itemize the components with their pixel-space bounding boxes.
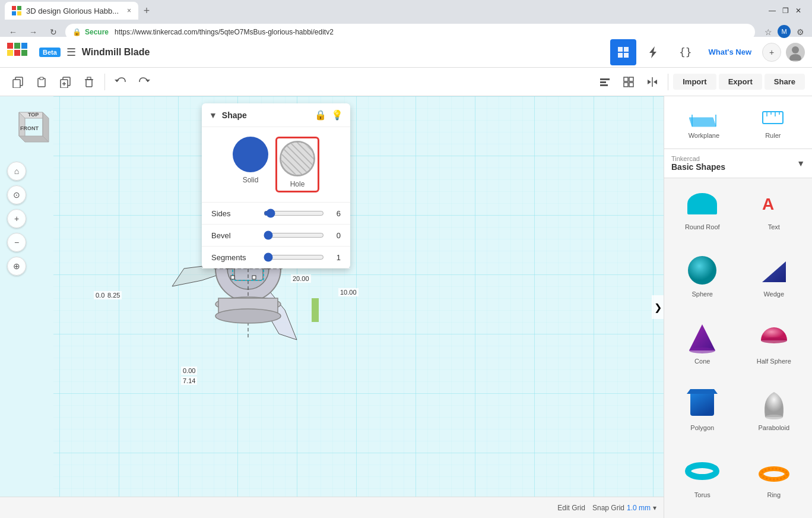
tab-close-btn[interactable]: × xyxy=(127,7,131,15)
solid-label: Solid xyxy=(243,176,259,184)
shape-light-icon[interactable]: 💡 xyxy=(331,109,343,121)
browser-chrome: 3D design Glorious Habb... × + — ❐ ✕ ← →… xyxy=(0,0,812,37)
grid-view-btn[interactable] xyxy=(610,39,636,65)
svg-marker-87 xyxy=(687,389,718,394)
paste-btn[interactable] xyxy=(31,71,52,93)
redo-btn[interactable] xyxy=(134,71,155,93)
restore-btn[interactable]: ❐ xyxy=(781,7,789,15)
minimize-btn[interactable]: — xyxy=(768,7,776,15)
hamburger-menu-icon[interactable]: ☰ xyxy=(66,46,76,59)
copy-btn[interactable] xyxy=(7,71,28,93)
snap-grid-dropdown[interactable]: ▾ xyxy=(653,504,656,512)
toolbar-right: Import Export Share xyxy=(594,71,805,93)
zoom-in-btn[interactable]: + xyxy=(7,209,26,228)
shape-panel-collapse-btn[interactable]: ▼ xyxy=(209,110,217,120)
hole-btn[interactable]: Hole xyxy=(275,137,319,192)
svg-point-89 xyxy=(688,465,716,477)
url-box[interactable]: 🔒 Secure https://www.tinkercad.com/thing… xyxy=(65,24,755,40)
add-user-btn[interactable]: + xyxy=(762,43,781,62)
shape-item-half-sphere[interactable]: Half Sphere xyxy=(741,317,808,380)
whats-new-btn[interactable]: What's New xyxy=(703,44,757,60)
canvas-area[interactable]: TOP FRONT ⌂ ⊙ + − ⊕ xyxy=(0,96,664,518)
shape-item-cone[interactable]: Cone xyxy=(669,317,736,380)
shape-item-text[interactable]: A Text xyxy=(741,183,808,245)
shape-item-torus[interactable]: Torus xyxy=(669,451,736,513)
toolbar-separator xyxy=(104,74,105,90)
active-tab[interactable]: 3D design Glorious Habb... × xyxy=(5,2,138,20)
duplicate-btn[interactable] xyxy=(55,71,76,93)
shape-item-ring[interactable]: Ring xyxy=(741,451,808,513)
svg-rect-35 xyxy=(624,83,628,87)
svg-rect-10 xyxy=(618,47,623,52)
svg-rect-34 xyxy=(629,77,633,81)
svg-rect-69 xyxy=(312,298,319,322)
sides-param: Sides 6 xyxy=(202,203,350,225)
shape-thumb-wedge xyxy=(753,252,795,288)
svg-rect-9 xyxy=(21,50,27,56)
close-btn[interactable]: ✕ xyxy=(794,7,803,15)
export-btn[interactable]: Export xyxy=(719,74,762,90)
ext-icon-1[interactable]: M xyxy=(778,25,791,38)
svg-rect-0 xyxy=(12,6,16,10)
dim-10: 10.00 xyxy=(338,288,359,296)
shape-item-sphere[interactable]: Sphere xyxy=(669,250,736,312)
share-btn[interactable]: Share xyxy=(765,74,805,90)
shape-item-polygon[interactable]: Polygon xyxy=(669,384,736,446)
home-view-btn[interactable]: ⌂ xyxy=(7,162,26,181)
sides-value: 6 xyxy=(329,209,341,218)
svg-marker-83 xyxy=(689,324,715,350)
bookmark-star-icon[interactable]: ☆ xyxy=(761,25,775,39)
group-btn[interactable] xyxy=(618,71,639,93)
app-header: Beta ☰ Windmill Blade {} What's New xyxy=(0,37,812,68)
bevel-slider[interactable] xyxy=(264,230,324,240)
delete-btn[interactable] xyxy=(78,71,100,93)
sidebar-dropdown-btn[interactable]: ▼ xyxy=(797,159,805,168)
sides-slider[interactable] xyxy=(264,209,324,218)
shapes-grid: Round Roof A Text xyxy=(664,178,812,518)
zoom-out-btn[interactable]: − xyxy=(7,233,26,252)
code-blocks-btn[interactable]: {} xyxy=(672,39,698,65)
snap-grid: Snap Grid 1.0 mm ▾ xyxy=(592,504,656,512)
shape-label-polygon: Polygon xyxy=(690,424,714,431)
import-btn[interactable]: Import xyxy=(673,74,716,90)
user-avatar[interactable] xyxy=(786,43,805,62)
solid-btn[interactable]: Solid xyxy=(233,137,268,192)
svg-rect-36 xyxy=(629,83,633,87)
toolbar: Import Export Share xyxy=(0,68,812,96)
shape-lock-icon[interactable]: 🔒 xyxy=(315,109,326,121)
refresh-btn[interactable]: ↻ xyxy=(45,24,62,40)
beta-badge: Beta xyxy=(39,48,61,57)
mirror-btn[interactable] xyxy=(642,71,663,93)
edit-grid-btn[interactable]: Edit Grid xyxy=(557,504,585,512)
dim-7-14: 7.14 xyxy=(181,377,197,385)
project-title[interactable]: Windmill Blade xyxy=(82,47,150,58)
shape-panel-icons: 🔒 💡 xyxy=(315,109,343,121)
svg-rect-32 xyxy=(600,84,608,86)
perspective-btn[interactable]: ⊕ xyxy=(7,257,26,276)
snap-grid-label: Snap Grid xyxy=(592,504,624,512)
hole-circle xyxy=(280,141,315,176)
svg-point-79 xyxy=(687,193,717,214)
align-btn[interactable] xyxy=(594,71,616,93)
undo-btn[interactable] xyxy=(110,71,131,93)
shape-item-round-roof[interactable]: Round Roof xyxy=(669,183,736,245)
new-tab-btn[interactable]: + xyxy=(138,2,155,19)
dim-bottom-0: 0.00 xyxy=(181,367,197,375)
build-mode-btn[interactable] xyxy=(641,39,667,65)
segments-slider[interactable] xyxy=(264,252,324,262)
tab-favicon xyxy=(12,6,21,15)
sidebar-brand: Tinkercad xyxy=(671,155,725,162)
svg-text:A: A xyxy=(762,195,774,213)
scroll-right-btn[interactable]: ❯ xyxy=(652,295,664,319)
fit-view-btn[interactable]: ⊙ xyxy=(7,185,26,204)
view-cube[interactable]: TOP FRONT xyxy=(7,103,55,151)
shape-item-wedge[interactable]: Wedge xyxy=(741,250,808,312)
ext-icon-2[interactable]: ⚙ xyxy=(793,25,807,39)
svg-marker-38 xyxy=(648,80,651,84)
forward-btn[interactable]: → xyxy=(25,24,42,40)
snap-grid-value[interactable]: 1.0 mm xyxy=(627,504,651,512)
back-btn[interactable]: ← xyxy=(5,24,21,40)
workplane-btn[interactable]: Workplane xyxy=(684,101,724,144)
ruler-btn[interactable]: Ruler xyxy=(753,101,792,144)
shape-item-paraboloid[interactable]: Paraboloid xyxy=(741,384,808,446)
